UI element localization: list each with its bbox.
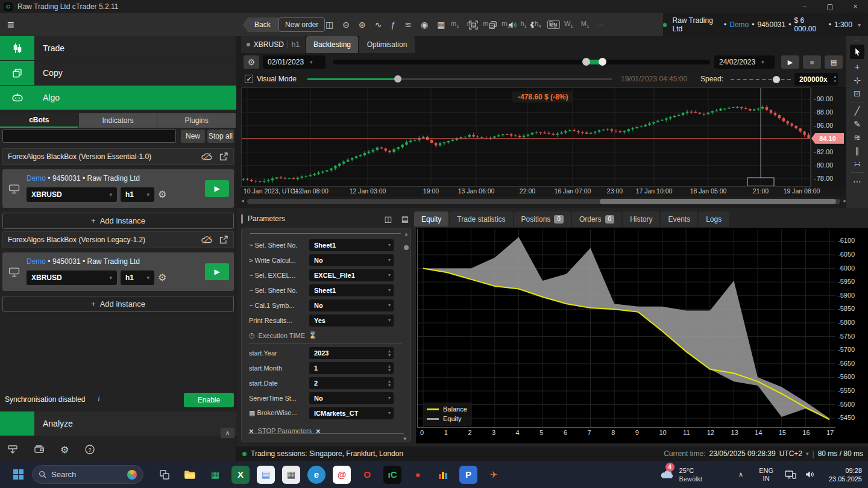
- backtest-range-slider[interactable]: [333, 60, 710, 64]
- sidebar-item-algo[interactable]: Algo: [0, 86, 236, 110]
- play-button[interactable]: ▶: [781, 55, 799, 69]
- calculator-icon[interactable]: ▦: [282, 466, 300, 484]
- withdraw-icon[interactable]: [34, 445, 45, 454]
- timeframes-more-icon[interactable]: ⋯: [597, 21, 603, 29]
- language-indicator[interactable]: ENG IN: [759, 467, 773, 483]
- report-button[interactable]: ▤: [825, 55, 843, 69]
- chevron-down-icon[interactable]: ▾: [388, 272, 391, 278]
- parameter-dropdown[interactable]: ICMarkets_CT▾: [309, 407, 394, 419]
- plane-app-icon[interactable]: ✈: [485, 466, 503, 484]
- open-external-icon[interactable]: [219, 152, 228, 161]
- timeframe-m1[interactable]: m1: [451, 20, 459, 29]
- parameter-dropdown[interactable]: Yes▾: [309, 314, 394, 327]
- chart-layout-icon[interactable]: ◫: [326, 20, 333, 30]
- opera-icon[interactable]: O: [358, 466, 376, 484]
- chart-type-icon[interactable]: ∿: [375, 20, 382, 30]
- timeframe-h4[interactable]: h4: [535, 20, 541, 29]
- parameter-dropdown[interactable]: No▾: [309, 392, 394, 404]
- date-from-select[interactable]: 02/01/2023 ▾: [263, 55, 326, 69]
- timeframe-select[interactable]: h1▾: [121, 187, 154, 202]
- minimize-button[interactable]: –: [792, 0, 817, 13]
- fibonacci-tool[interactable]: ≋: [850, 131, 864, 144]
- parameters-scrollbar[interactable]: ▲: [404, 231, 409, 267]
- notepad-icon[interactable]: ▤: [257, 466, 275, 484]
- open-external-icon[interactable]: [219, 235, 228, 245]
- chevron-down-icon[interactable]: ▾: [388, 410, 391, 416]
- speed-value-spinner[interactable]: 200000x ▴▾: [794, 73, 838, 86]
- tab-logs[interactable]: Logs: [699, 211, 729, 227]
- tab-positions[interactable]: Positions0: [514, 211, 571, 227]
- tab-history[interactable]: History: [623, 211, 659, 227]
- parameter-dropdown[interactable]: Sheet1▾: [309, 284, 394, 296]
- range-handle-start[interactable]: [582, 58, 590, 66]
- collapse-button[interactable]: ∧: [221, 428, 234, 438]
- task-view-icon[interactable]: [156, 466, 174, 484]
- start-cbot-button[interactable]: ▶: [205, 263, 229, 280]
- spinner-arrows-icon[interactable]: ▴▾: [388, 349, 391, 357]
- timeframe-select[interactable]: h1▾: [121, 271, 154, 285]
- timeframe-m15[interactable]: m15: [483, 20, 494, 29]
- chart-scrollbar[interactable]: ◂ ▸: [241, 198, 846, 205]
- add-instance-button[interactable]: +Add instance: [2, 296, 234, 312]
- sidebar-tab-indicators[interactable]: Indicators: [79, 113, 157, 128]
- settings-gear-icon[interactable]: ⚙: [60, 444, 69, 455]
- cloud-disabled-icon[interactable]: [201, 152, 213, 161]
- network-icon[interactable]: [784, 470, 796, 480]
- chevron-down-icon[interactable]: ▾: [388, 395, 391, 401]
- scroll-handle[interactable]: [404, 245, 409, 250]
- parameter-dropdown[interactable]: No▾: [309, 299, 394, 311]
- timeframe-h1[interactable]: h1: [520, 20, 527, 29]
- save-preset-icon[interactable]: ▤: [401, 214, 409, 224]
- spin-down-icon[interactable]: ▾: [834, 79, 836, 84]
- symbol-select[interactable]: XBRUSD▾: [27, 271, 117, 285]
- tab-symbol[interactable]: XBRUSD h1: [241, 36, 305, 53]
- tab-equity[interactable]: Equity: [414, 211, 448, 227]
- speed-slider[interactable]: [731, 79, 791, 80]
- sidebar-tab-plugins[interactable]: Plugins: [157, 113, 236, 128]
- timeframe-D1[interactable]: D1: [549, 20, 556, 29]
- timeframe-M1[interactable]: M1: [581, 20, 590, 29]
- candlestick-chart[interactable]: -478.60 $ (-8%): [241, 87, 811, 187]
- info-icon[interactable]: i: [98, 394, 100, 404]
- excel-icon[interactable]: X: [231, 466, 250, 484]
- start-cbot-button[interactable]: ▶: [205, 180, 229, 197]
- add-instance-button[interactable]: +Add instance: [2, 213, 234, 229]
- equity-chart[interactable]: 6100605060005950590058505800575057005650…: [416, 228, 868, 443]
- scroll-left-icon[interactable]: ◂: [241, 198, 244, 204]
- cursor-tool[interactable]: [850, 45, 864, 59]
- help-icon[interactable]: ?: [84, 444, 95, 455]
- green-grid-app-icon[interactable]: ▦: [206, 466, 224, 484]
- chevron-down-icon[interactable]: ▾: [388, 318, 391, 323]
- pencil-tool[interactable]: ✎: [850, 117, 864, 131]
- chevron-down-icon[interactable]: ▾: [388, 302, 391, 308]
- more-tools[interactable]: ⋯: [850, 175, 864, 188]
- edge-icon[interactable]: e: [307, 466, 326, 484]
- taskbar-search[interactable]: Search: [32, 465, 143, 484]
- symbol-select[interactable]: XBRUSD▾: [27, 187, 117, 202]
- scroll-up-icon[interactable]: ▲: [404, 231, 409, 237]
- cbot-instance-card[interactable]: Demo • 9450031 • Raw Trading LtdXBRUSD▾h…: [2, 169, 234, 208]
- taskbar-clock[interactable]: 09:28 23.05.2025: [823, 466, 862, 483]
- tab-optimisation[interactable]: Optimisation: [359, 36, 415, 53]
- crosshair-dots-tool[interactable]: ⊹: [850, 74, 864, 87]
- enable-sync-button[interactable]: Enable: [184, 393, 234, 407]
- icmarkets-icon[interactable]: ıC: [383, 466, 401, 484]
- chevron-down-icon[interactable]: ▾: [388, 287, 391, 293]
- parameter-dropdown[interactable]: EXCEL_File1▾: [309, 269, 394, 281]
- tab-orders[interactable]: Orders0: [572, 211, 621, 227]
- close-button[interactable]: ×: [843, 0, 868, 13]
- parameter-dropdown[interactable]: No▾: [309, 254, 394, 266]
- timezone[interactable]: UTC+2: [779, 449, 802, 458]
- back-button[interactable]: Back: [242, 17, 279, 32]
- fx-indicators-icon[interactable]: ƒ: [391, 20, 395, 30]
- chart-shot-icon[interactable]: ▦: [437, 20, 445, 30]
- replay-handle[interactable]: [394, 75, 401, 83]
- target-tool[interactable]: ⊡: [850, 87, 864, 100]
- mail-app-icon[interactable]: @: [333, 466, 351, 484]
- parameter-spinner[interactable]: 2▴▾: [309, 377, 394, 389]
- view-options-icon[interactable]: ◉: [421, 20, 428, 30]
- trendline-tool[interactable]: ╱: [850, 104, 864, 117]
- sidebar-tab-cbots[interactable]: cBots: [0, 113, 78, 128]
- spinner-arrows-icon[interactable]: ▴▾: [388, 364, 391, 372]
- scroll-down-icon[interactable]: ▾: [403, 436, 406, 442]
